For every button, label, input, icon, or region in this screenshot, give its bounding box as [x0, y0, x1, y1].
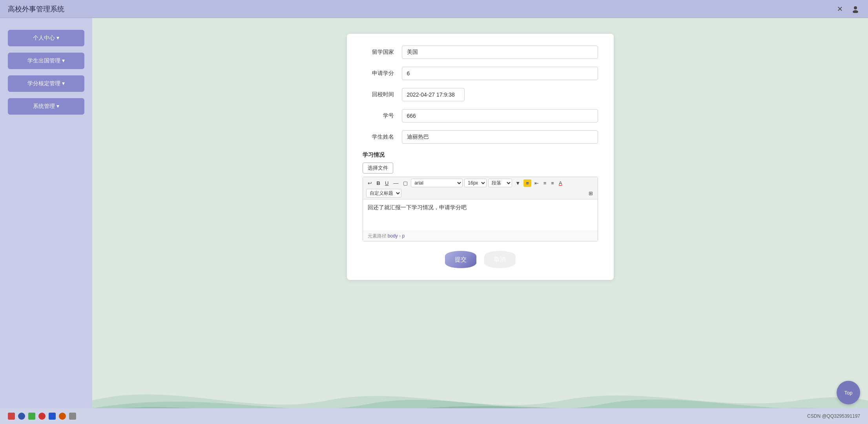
bottom-social-icons — [8, 413, 76, 420]
align-left-button[interactable]: ≡ — [523, 179, 531, 187]
form-row-student-id: 学号 — [363, 109, 598, 122]
form-card: 留学国家 申请学分 回校时间 学号 学生姓名 — [347, 34, 614, 280]
input-return-time[interactable] — [402, 88, 465, 101]
social-icon-3[interactable] — [28, 413, 35, 420]
paragraph-select[interactable]: 段落 标题1 — [488, 179, 512, 187]
label-student-name: 学生姓名 — [363, 133, 394, 141]
sidebar: 个人中心 ▾ 学生出国管理 ▾ 学分核定管理 ▾ 系统管理 ▾ — [0, 18, 92, 424]
format-dropdown-button[interactable]: ▼ — [514, 179, 522, 187]
input-apply-credit[interactable] — [402, 67, 598, 80]
form-row-apply-credit: 申请学分 — [363, 67, 598, 80]
study-situation-label: 学习情况 — [363, 152, 598, 159]
more-button[interactable]: ⊞ — [587, 190, 594, 197]
social-icon-5[interactable] — [49, 413, 56, 420]
box-button[interactable]: ▢ — [401, 179, 409, 187]
label-study-country: 留学国家 — [363, 49, 394, 56]
social-icon-1[interactable] — [8, 413, 15, 420]
rich-text-editor: ↩ B U — ▢ arial Times New Roman 16px 12p… — [363, 177, 598, 241]
undo-button[interactable]: ↩ — [366, 179, 374, 187]
user-icon[interactable] — [851, 4, 860, 14]
editor-footer: 元素路径 body › p — [363, 231, 598, 241]
social-icon-4[interactable] — [38, 413, 46, 420]
indent-left-button[interactable]: ⇤ — [533, 179, 540, 187]
custom-heading-select[interactable]: 自定义标题 — [366, 189, 401, 197]
top-button[interactable]: Top — [837, 381, 860, 404]
underline-button[interactable]: U — [383, 179, 390, 187]
form-row-return-time: 回校时间 — [363, 88, 598, 101]
sidebar-item-student-exit[interactable]: 学生出国管理 ▾ — [8, 53, 84, 69]
input-student-name[interactable] — [402, 130, 598, 144]
label-student-id: 学号 — [363, 112, 394, 119]
align-center-button[interactable]: ≡ — [542, 179, 548, 187]
header-icons: ✕ — [835, 4, 860, 14]
font-size-select[interactable]: 16px 12px 14px 18px — [464, 179, 487, 187]
text-color-button[interactable]: A — [557, 179, 564, 187]
social-icon-7[interactable] — [69, 413, 76, 420]
sidebar-item-credit-verify[interactable]: 学分核定管理 ▾ — [8, 75, 84, 92]
social-icon-2[interactable] — [18, 413, 25, 420]
p-link[interactable]: p — [402, 233, 405, 239]
form-actions: 提交 取消 — [363, 251, 598, 268]
sidebar-item-system-manage[interactable]: 系统管理 ▾ — [8, 98, 84, 115]
main-content: 留学国家 申请学分 回校时间 学号 学生姓名 — [92, 18, 868, 424]
body-link[interactable]: body — [388, 233, 398, 239]
sidebar-item-personal-center[interactable]: 个人中心 ▾ — [8, 30, 84, 46]
svg-point-0 — [854, 6, 857, 9]
svg-point-1 — [853, 10, 858, 13]
dash-button[interactable]: — — [392, 179, 400, 187]
app-title: 高校外事管理系统 — [8, 4, 64, 14]
font-select[interactable]: arial Times New Roman — [411, 179, 463, 187]
form-row-student-name: 学生姓名 — [363, 130, 598, 144]
layout: 个人中心 ▾ 学生出国管理 ▾ 学分核定管理 ▾ 系统管理 ▾ 留学国家 — [0, 18, 868, 424]
editor-content[interactable]: 回还了就汇报一下学习情况，申请学分吧 — [368, 203, 593, 212]
input-student-id[interactable] — [402, 109, 598, 122]
header: 高校外事管理系统 ✕ — [0, 0, 868, 18]
submit-button[interactable]: 提交 — [445, 251, 476, 268]
file-select-button[interactable]: 选择文件 — [363, 163, 393, 174]
cancel-button[interactable]: 取消 — [484, 251, 516, 268]
bold-button[interactable]: B — [375, 179, 382, 187]
label-return-time: 回校时间 — [363, 91, 394, 98]
editor-body[interactable]: 回还了就汇报一下学习情况，申请学分吧 — [363, 199, 598, 231]
align-right-button[interactable]: ≡ — [549, 179, 556, 187]
bottom-bar: CSDN @QQ3295391197 — [0, 408, 868, 424]
input-study-country[interactable] — [402, 46, 598, 59]
copyright-text: CSDN @QQ3295391197 — [807, 413, 860, 419]
social-icon-6[interactable] — [59, 413, 66, 420]
form-row-study-country: 留学国家 — [363, 46, 598, 59]
label-apply-credit: 申请学分 — [363, 70, 394, 77]
close-icon[interactable]: ✕ — [835, 4, 844, 14]
editor-toolbar: ↩ B U — ▢ arial Times New Roman 16px 12p… — [363, 177, 598, 199]
